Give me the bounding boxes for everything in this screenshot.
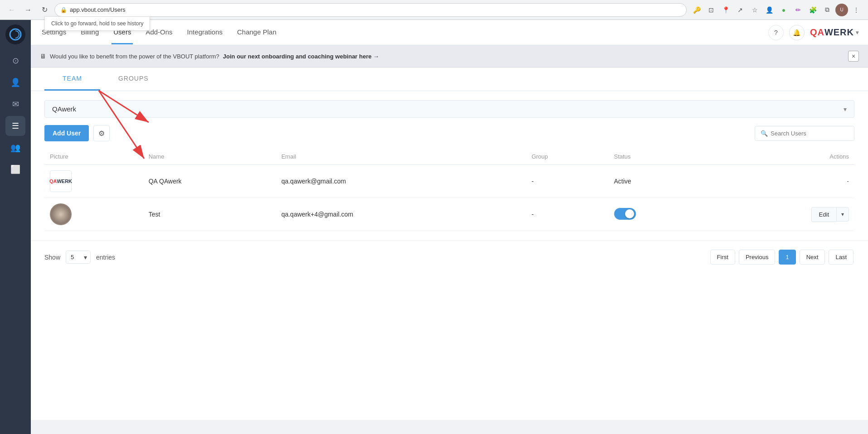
sidebar-item-dashboard[interactable]: ⊙ <box>5 51 25 71</box>
nav-change-plan[interactable]: Change Plan <box>235 21 278 44</box>
toolbar: Add User ⚙ 🔍 <box>44 125 854 141</box>
brand-logo: QAWERK ▾ <box>810 27 859 38</box>
cell-email-2: qa.qawerk+4@gmail.com <box>276 198 526 231</box>
top-nav: Settings Billing Users Add-Ons Integrati… <box>31 20 868 45</box>
panel-body: QAwerk ▾ Add User ⚙ 🔍 <box>31 91 868 240</box>
key-icon[interactable]: 🔑 <box>690 4 703 16</box>
nav-right: ? 🔔 QAWERK ▾ <box>768 25 859 40</box>
col-header-email: Email <box>276 149 526 165</box>
app-layout: ⊙ 👤 ✉ ☰ 👥 ⬜ Settings Billing Users Add-O… <box>0 20 868 434</box>
tab-groups[interactable]: GROUPS <box>100 68 167 91</box>
status-active: Active <box>614 178 631 185</box>
monitor-icon: 🖥 <box>40 53 46 60</box>
menu-icon[interactable]: ⋮ <box>850 4 863 16</box>
extension-green-icon[interactable]: ● <box>777 4 790 16</box>
last-page-button[interactable]: Last <box>829 250 853 265</box>
search-box: 🔍 <box>755 126 854 141</box>
show-select[interactable]: 5 10 25 50 <box>66 251 91 264</box>
cell-actions-1: - <box>707 165 854 198</box>
show-select-wrapper: 5 10 25 50 <box>66 251 91 264</box>
sidebar-logo <box>5 24 25 44</box>
browser-actions: 🔑 ⊡ 📍 ↗ ☆ 👤 ● ✏ 🧩 ⧉ U ⋮ <box>690 4 863 16</box>
location-icon[interactable]: 📍 <box>719 4 732 16</box>
url-text: app.vbout.com/Users <box>70 6 126 13</box>
split-screen-icon[interactable]: ⧉ <box>821 4 834 16</box>
search-input[interactable] <box>771 130 849 137</box>
extension-puzzle-icon[interactable]: 🧩 <box>806 4 819 16</box>
cell-name-2: Test <box>143 198 276 231</box>
cell-status-1: Active <box>609 165 708 198</box>
sidebar-item-users[interactable]: 👥 <box>5 138 25 158</box>
user-avatar-icon[interactable]: U <box>835 4 848 16</box>
sidebar-item-forms[interactable]: ☰ <box>5 116 25 136</box>
table-row: Test qa.qawerk+4@gmail.com - <box>44 198 854 231</box>
next-page-button[interactable]: Next <box>800 250 825 265</box>
banner-text: Would you like to benefit from the power… <box>50 53 219 60</box>
users-table: Picture Name Email Group Status Actions <box>44 149 854 231</box>
address-bar: 🔒 app.vbout.com/Users <box>54 3 687 17</box>
forward-button[interactable]: → Click to go forward, hold to see histo… <box>22 4 34 16</box>
reload-button[interactable]: ↻ <box>38 4 51 16</box>
banner-link[interactable]: Join our next onboarding and coaching we… <box>223 53 379 60</box>
add-user-button[interactable]: Add User <box>44 125 89 141</box>
cell-group-2: - <box>526 198 609 231</box>
sidebar-item-email[interactable]: ✉ <box>5 94 25 114</box>
star-icon[interactable]: ☆ <box>748 4 761 16</box>
col-header-name: Name <box>143 149 276 165</box>
avatar-logo-1: QA WERK <box>50 170 72 192</box>
tooltip-banner: Click to go forward, hold to see history <box>44 16 150 31</box>
gear-button[interactable]: ⚙ <box>93 125 110 141</box>
sidebar-item-media[interactable]: ⬜ <box>5 159 25 179</box>
col-header-group: Group <box>526 149 609 165</box>
col-header-status: Status <box>609 149 708 165</box>
content-area: 🖥 Would you like to benefit from the pow… <box>31 45 868 434</box>
help-icon[interactable]: ? <box>768 25 784 40</box>
cell-picture-1: QA WERK <box>44 165 143 198</box>
first-page-button[interactable]: First <box>710 250 735 265</box>
tab-team[interactable]: TEAM <box>44 68 100 91</box>
tabs: TEAM GROUPS <box>31 68 868 91</box>
col-header-actions: Actions <box>707 149 854 165</box>
banner: 🖥 Would you like to benefit from the pow… <box>31 45 868 68</box>
status-toggle[interactable] <box>614 208 636 220</box>
edit-btn-group: Edit ▾ <box>713 207 849 222</box>
cell-status-2 <box>609 198 708 231</box>
page-1-button[interactable]: 1 <box>779 250 795 265</box>
cell-picture-2 <box>44 198 143 231</box>
pagination-bar: Show 5 10 25 50 entries First Previous 1 <box>31 240 868 274</box>
sidebar-item-contacts[interactable]: 👤 <box>5 72 25 92</box>
edit-button[interactable]: Edit <box>811 207 836 222</box>
show-label: Show <box>44 254 60 261</box>
extension-pencil-icon[interactable]: ✏ <box>792 4 805 16</box>
lock-icon: 🔒 <box>60 7 67 13</box>
search-icon: 🔍 <box>761 130 768 137</box>
cell-actions-2: Edit ▾ <box>707 198 854 231</box>
cell-group-1: - <box>526 165 609 198</box>
col-header-picture: Picture <box>44 149 143 165</box>
org-selector-arrow: ▾ <box>844 106 847 113</box>
edit-dropdown-button[interactable]: ▾ <box>836 207 849 222</box>
avatar-circle-2 <box>50 203 72 225</box>
translate-icon[interactable]: ⊡ <box>705 4 718 16</box>
nav-integrations[interactable]: Integrations <box>185 21 224 44</box>
entries-label: entries <box>96 254 115 261</box>
users-panel: TEAM GROUPS QAwerk ▾ Add User ⚙ 🔍 <box>31 68 868 420</box>
sidebar: ⊙ 👤 ✉ ☰ 👥 ⬜ <box>0 20 31 434</box>
previous-page-button[interactable]: Previous <box>739 250 776 265</box>
share-icon[interactable]: ↗ <box>734 4 747 16</box>
cell-name-1: QA QAwerk <box>143 165 276 198</box>
banner-close-button[interactable]: × <box>848 51 859 62</box>
org-selector[interactable]: QAwerk ▾ <box>44 100 854 118</box>
toggle-knob <box>625 209 634 218</box>
bell-icon[interactable]: 🔔 <box>789 25 805 40</box>
back-button[interactable]: ← <box>5 4 18 16</box>
cell-email-1: qa.qawerk@gmail.com <box>276 165 526 198</box>
org-selector-text: QAwerk <box>52 105 76 113</box>
table-row: QA WERK QA QAwerk qa.qawerk@gmail.com - … <box>44 165 854 198</box>
main-content: Settings Billing Users Add-Ons Integrati… <box>31 20 868 434</box>
browser-chrome: ← → Click to go forward, hold to see his… <box>0 0 868 20</box>
profile-icon[interactable]: 👤 <box>763 4 776 16</box>
